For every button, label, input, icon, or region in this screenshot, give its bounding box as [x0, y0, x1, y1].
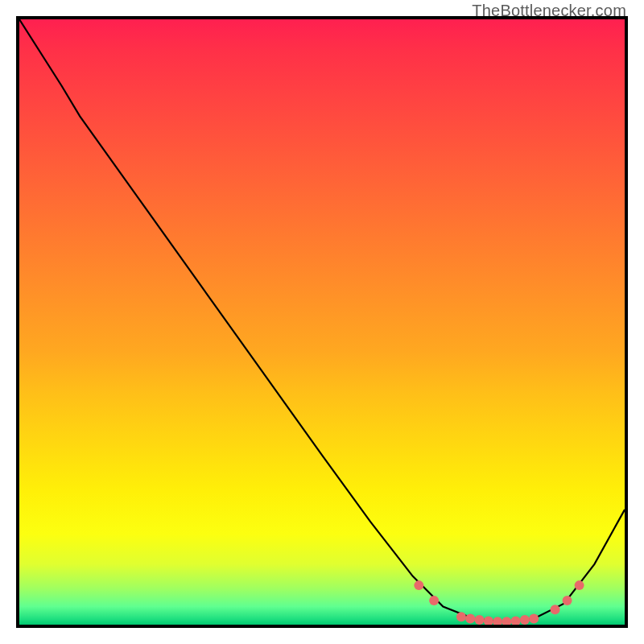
watermark-text: TheBottlenecker.com — [472, 2, 626, 20]
plot-gradient-background — [19, 19, 625, 625]
chart-container: TheBottlenecker.com — [0, 0, 644, 644]
